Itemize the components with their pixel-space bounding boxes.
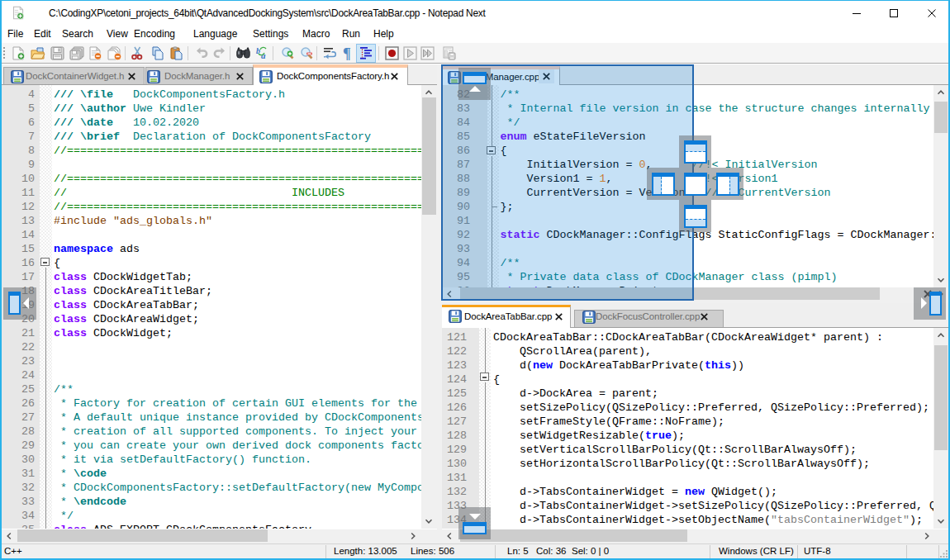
svg-text:¶: ¶ (343, 46, 351, 60)
